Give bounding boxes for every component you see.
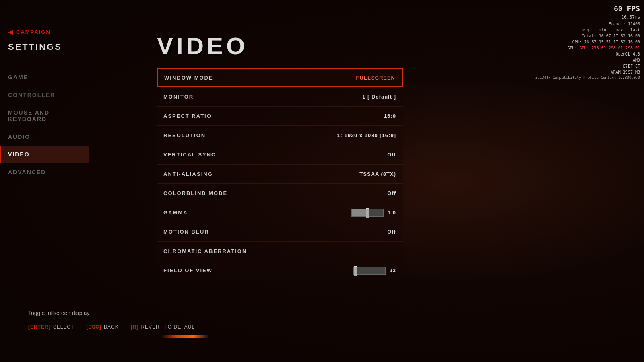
setting-value-monitor: 1 [ Default ] xyxy=(362,94,396,100)
fov-slider-container[interactable]: 93 xyxy=(353,267,396,275)
setting-row-vsync[interactable]: VERTICAL SYNC Off xyxy=(157,145,402,165)
sidebar-item-video[interactable]: VIDEO xyxy=(0,146,89,163)
back-arrow-icon: ◀ xyxy=(8,28,13,36)
control-enter-key: [ENTER] xyxy=(28,324,51,330)
setting-value-resolution: 1: 1920 x 1080 [16:9] xyxy=(337,132,396,138)
control-revert-key: [R] xyxy=(131,324,139,330)
setting-row-fov[interactable]: FIELD OF VIEW 93 xyxy=(157,261,402,280)
setting-value-gamma: 1.0 xyxy=(351,209,396,217)
vram-size: VRAM 1997 MB xyxy=(535,69,640,75)
setting-label-fov: FIELD OF VIEW xyxy=(163,267,213,274)
setting-value-anti-aliasing: TSSAA (8TX) xyxy=(359,171,396,177)
opengl-info: OpenGL 4.3 xyxy=(535,51,640,57)
setting-label-resolution: RESOLUTION xyxy=(163,132,206,138)
setting-label-motion-blur: MOTION BLUR xyxy=(163,229,209,235)
gpu-brand: AMD xyxy=(535,57,640,63)
hint-text: Toggle fullscreen display xyxy=(28,310,636,316)
fov-value: 93 xyxy=(390,267,396,274)
sidebar-item-mouse-keyboard[interactable]: MOUSE AND KEYBOARD xyxy=(0,104,89,128)
fps-counter: 60 FPS xyxy=(535,3,640,14)
setting-label-chromatic: CHROMATIC ABERRATION xyxy=(163,248,247,254)
sidebar-item-controller[interactable]: CONTROLLER xyxy=(0,86,89,104)
setting-row-monitor[interactable]: MONITOR 1 [ Default ] xyxy=(157,87,402,107)
setting-row-window-mode[interactable]: WINDOW MODE FULLSCREEN xyxy=(157,68,402,87)
gamma-slider-fill xyxy=(352,209,367,216)
setting-label-vsync: VERTICAL SYNC xyxy=(163,152,216,158)
setting-value-window-mode: FULLSCREEN xyxy=(356,75,395,81)
setting-value-aspect-ratio: 16:9 xyxy=(384,113,396,119)
decorative-line xyxy=(161,335,210,338)
vram-id: 67EF:CF xyxy=(535,63,640,69)
setting-value-motion-blur: Off xyxy=(387,229,396,235)
fov-slider-bar[interactable] xyxy=(353,267,386,275)
control-revert-desc: REVERT TO DEFAULT xyxy=(141,324,198,330)
gamma-value: 1.0 xyxy=(388,210,396,216)
chromatic-checkbox[interactable] xyxy=(389,248,396,255)
gamma-slider-thumb xyxy=(366,208,369,218)
setting-row-aspect-ratio[interactable]: ASPECT RATIO 16:9 xyxy=(157,107,402,126)
bottom-bar: Toggle fullscreen display [ENTER] SELECT… xyxy=(28,310,636,330)
sidebar-item-advanced[interactable]: ADVANCED xyxy=(0,163,89,181)
setting-label-monitor: MONITOR xyxy=(163,94,194,100)
setting-row-resolution[interactable]: RESOLUTION 1: 1920 x 1080 [16:9] xyxy=(157,126,402,145)
control-esc-desc: BACK xyxy=(104,324,119,330)
control-enter-desc: SELECT xyxy=(53,324,74,330)
cpu-stats: CPU: 16.67 15.51 17.52 16.00 xyxy=(535,39,640,45)
setting-row-motion-blur[interactable]: MOTION BLUR Off xyxy=(157,222,402,242)
hud-overlay: 60 FPS 16.67ms Frame : 11406 avg min max… xyxy=(535,3,640,80)
setting-label-gamma: GAMMA xyxy=(163,210,188,216)
sidebar: ◀ CAMPAIGN SETTINGS GAME CONTROLLER MOUS… xyxy=(0,0,89,362)
controls-bar: [ENTER] SELECT [ESC] BACK [R] REVERT TO … xyxy=(28,324,636,330)
hud-headers: avg min max last xyxy=(535,27,640,33)
gamma-slider-bar[interactable] xyxy=(351,209,384,217)
setting-row-anti-aliasing[interactable]: ANTI-ALIASING TSSAA (8TX) xyxy=(157,165,402,184)
setting-row-chromatic[interactable]: CHROMATIC ABERRATION xyxy=(157,242,402,261)
control-esc: [ESC] BACK xyxy=(86,324,118,330)
setting-value-colorblind: Off xyxy=(387,190,396,196)
setting-label-colorblind: COLORBLIND MODE xyxy=(163,190,227,196)
frame-counter: Frame : 11406 xyxy=(535,21,640,27)
sidebar-item-game[interactable]: GAME xyxy=(0,68,89,86)
control-revert: [R] REVERT TO DEFAULT xyxy=(131,324,198,330)
gl-context: 3.13447 Compatibility Profile Context 16… xyxy=(535,75,640,81)
setting-value-fov: 93 xyxy=(353,267,396,275)
setting-row-colorblind[interactable]: COLORBLIND MODE Off xyxy=(157,184,402,203)
sidebar-item-audio[interactable]: AUDIO xyxy=(0,128,89,146)
control-enter: [ENTER] SELECT xyxy=(28,324,74,330)
setting-value-vsync: Off xyxy=(387,152,396,158)
gpu-stats: GPU: GPU: 298.01 298.01 298.01 xyxy=(535,45,640,51)
campaign-label: CAMPAIGN xyxy=(16,29,51,35)
gamma-slider-container[interactable]: 1.0 xyxy=(351,209,396,217)
sidebar-nav: GAME CONTROLLER MOUSE AND KEYBOARD AUDIO… xyxy=(0,68,89,181)
fov-slider-thumb xyxy=(354,266,357,276)
section-label: SETTINGS xyxy=(0,42,89,52)
control-esc-key: [ESC] xyxy=(86,324,101,330)
total-stats: Total: 16.67 17.52 16.00 xyxy=(535,33,640,39)
setting-label-window-mode: WINDOW MODE xyxy=(164,75,213,81)
setting-label-aspect-ratio: ASPECT RATIO xyxy=(163,113,212,119)
ms-counter: 16.67ms xyxy=(535,14,640,21)
setting-label-anti-aliasing: ANTI-ALIASING xyxy=(163,171,213,177)
back-button[interactable]: ◀ CAMPAIGN xyxy=(0,24,89,40)
settings-list: WINDOW MODE FULLSCREEN MONITOR 1 [ Defau… xyxy=(157,68,402,280)
setting-row-gamma[interactable]: GAMMA 1.0 xyxy=(157,203,402,222)
setting-value-chromatic xyxy=(389,248,396,255)
